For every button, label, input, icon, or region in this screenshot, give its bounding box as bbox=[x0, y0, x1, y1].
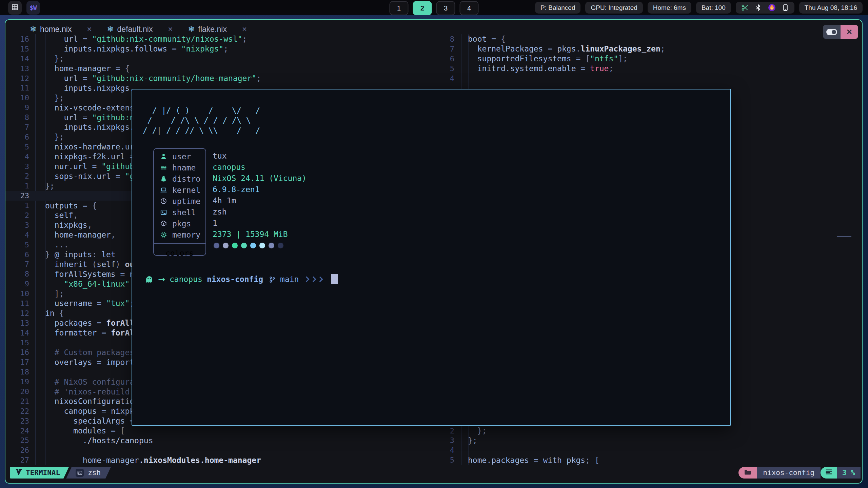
scrollbar-marker[interactable] bbox=[837, 236, 851, 237]
code-text: }; bbox=[468, 426, 487, 435]
code-text: formatter = forAl bbox=[45, 328, 134, 337]
line-number: 14 bbox=[5, 329, 39, 337]
code-text: url = "github:nix-community/home-manager… bbox=[45, 74, 261, 83]
code-text: modules = [ bbox=[45, 426, 125, 435]
project-name: nixos-config bbox=[757, 467, 821, 479]
terminal-color-swatches bbox=[214, 243, 283, 248]
fetch-value-pkgs: 1 bbox=[213, 217, 307, 228]
shell-prompt: → canopus nixos-config main bbox=[145, 274, 338, 285]
code-text: }; bbox=[45, 133, 64, 141]
fetch-label: colors bbox=[165, 249, 194, 258]
code-text: ... bbox=[45, 240, 68, 249]
line-number: 10 bbox=[5, 94, 39, 102]
status-modules: P: BalancedGPU: IntegratedHome: 6msBat: … bbox=[535, 2, 863, 14]
shell-tab-label: zsh bbox=[88, 469, 101, 477]
workspace-button-4[interactable]: 4 bbox=[460, 1, 479, 15]
code-text: nixos-hardware.ur bbox=[45, 142, 134, 151]
editor-status-bar: TERMINAL zsh nixos-config 3 % bbox=[10, 467, 861, 479]
code-text: nixpkgs, bbox=[45, 221, 92, 229]
fetch-label: kernel bbox=[172, 186, 200, 195]
code-line: 12 url = "github:nix-community/home-mana… bbox=[5, 74, 439, 83]
line-number: 3 bbox=[5, 162, 39, 171]
workspace-button-1[interactable]: 1 bbox=[390, 1, 409, 15]
tab-close-icon[interactable]: × bbox=[87, 24, 92, 34]
code-text: } @ inputs: let bbox=[45, 250, 116, 259]
code-text: nur.url = "github bbox=[45, 162, 134, 171]
code-text: url = "github:n bbox=[45, 113, 134, 122]
code-line: 4 bbox=[439, 74, 860, 83]
code-text: self, bbox=[45, 211, 78, 220]
code-line: 24 modules = [ bbox=[5, 426, 439, 436]
code-text: # Custom packages bbox=[45, 348, 134, 357]
project-folder-segment bbox=[738, 467, 757, 479]
package-icon bbox=[160, 220, 167, 227]
fetch-row-uptime: uptime bbox=[154, 196, 205, 207]
tab-flake.nix[interactable]: ❄flake.nix× bbox=[188, 24, 262, 34]
code-line: 27 home-manager.nixosModules.home-manage… bbox=[5, 455, 439, 465]
laptop-icon bbox=[160, 187, 167, 194]
code-text: ./hosts/canopus bbox=[45, 436, 153, 445]
flame-tray-icon[interactable] bbox=[768, 4, 775, 11]
fetch-value-kernel: 6.9.8-zen1 bbox=[213, 184, 307, 195]
line-number: 12 bbox=[5, 74, 39, 83]
workspace-button-3[interactable]: 3 bbox=[436, 1, 455, 15]
code-line: 15 inputs.nixpkgs.follows = "nixpkgs"; bbox=[5, 44, 439, 54]
tab-close-icon[interactable]: × bbox=[242, 24, 247, 34]
line-number: 8 bbox=[439, 35, 454, 43]
scissors-tray-icon[interactable] bbox=[741, 4, 748, 11]
code-text: home-manager, bbox=[45, 230, 116, 239]
line-number: 2 bbox=[439, 427, 454, 435]
workspace-button-2[interactable]: 2 bbox=[413, 1, 432, 15]
top-bar: $W 1234 P: BalancedGPU: IntegratedHome: … bbox=[0, 0, 868, 15]
terminal-window[interactable]: _ ___ ____ ____ / |/ (_)_ __/ __ \/ __/ … bbox=[132, 89, 731, 426]
prompt-arrow: → bbox=[158, 274, 165, 284]
fetch-label-box: userhnamedistrokerneluptimeshellpkgsmemo… bbox=[153, 148, 206, 256]
nix-snowflake-icon: ❄ bbox=[30, 24, 37, 34]
app-launcher-button[interactable] bbox=[8, 1, 22, 15]
fetch-row-kernel: kernel bbox=[154, 184, 205, 196]
line-number: 1 bbox=[5, 201, 39, 210]
fetch-row-user: user bbox=[154, 151, 205, 162]
code-text: packages = forAll bbox=[45, 319, 134, 327]
shell-tab[interactable]: zsh bbox=[66, 467, 111, 479]
color-swatch bbox=[259, 243, 265, 248]
code-text: in { bbox=[45, 309, 64, 318]
git-branch-icon bbox=[269, 276, 276, 283]
penguin-icon bbox=[160, 176, 167, 182]
code-text: inherit (self) ou bbox=[45, 260, 134, 269]
line-number: 3 bbox=[5, 221, 39, 229]
code-line: 6 supportedFilesystems = ["ntfs"]; bbox=[439, 54, 860, 64]
grid-icon bbox=[12, 4, 18, 12]
color-swatch bbox=[250, 243, 256, 248]
code-text: supportedFilesystems = ["ntfs"]; bbox=[468, 54, 628, 63]
status-module: Bat: 100 bbox=[696, 2, 731, 14]
terminal-cursor bbox=[331, 274, 338, 284]
code-text: home-manager = { bbox=[45, 64, 130, 73]
code-text: home.packages = with pkgs; [ bbox=[468, 456, 599, 465]
code-line: 14 }; bbox=[5, 54, 439, 64]
tab-close-icon[interactable]: × bbox=[168, 24, 173, 34]
tab-default.nix[interactable]: ❄default.nix× bbox=[107, 24, 188, 34]
bluetooth-tray-icon[interactable] bbox=[755, 4, 762, 11]
nix-snowflake-icon: ❄ bbox=[188, 24, 195, 34]
line-number: 24 bbox=[5, 427, 39, 435]
line-number: 8 bbox=[5, 113, 39, 122]
fetch-value-hname: canopus bbox=[213, 161, 307, 172]
tab-home.nix[interactable]: ❄home.nix× bbox=[30, 24, 107, 34]
line-number: 5 bbox=[5, 143, 39, 151]
code-text: }; bbox=[45, 54, 64, 63]
line-number: 6 bbox=[5, 133, 39, 141]
line-number: 5 bbox=[439, 64, 454, 73]
color-swatch bbox=[232, 243, 238, 248]
fetch-label: distro bbox=[172, 175, 200, 183]
fetch-row-memory: memory bbox=[154, 229, 205, 240]
phone-tray-icon[interactable] bbox=[782, 4, 789, 11]
code-line: 16 url = "github:nix-community/nixos-wsl… bbox=[5, 34, 439, 44]
color-swatch bbox=[278, 243, 283, 248]
line-number: 4 bbox=[439, 446, 454, 454]
tab-label: default.nix bbox=[117, 25, 153, 34]
line-number: 14 bbox=[5, 55, 39, 63]
window-class-badge[interactable]: $W bbox=[26, 1, 40, 15]
code-text: canopus = nixpk bbox=[45, 407, 134, 415]
fetch-value-distro: NixOS 24.11 (Vicuna) bbox=[213, 172, 307, 184]
